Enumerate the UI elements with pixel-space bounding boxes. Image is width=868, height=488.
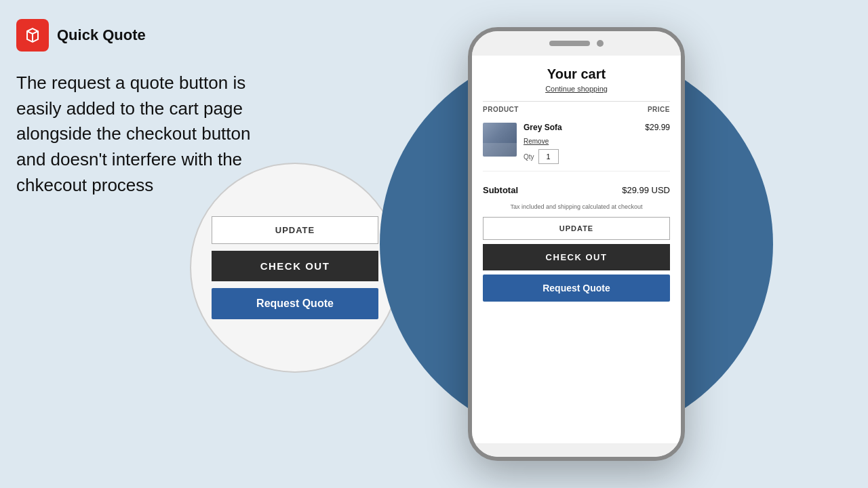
app-name: Quick Quote (57, 26, 146, 44)
subtotal-value: $29.99 USD (622, 185, 670, 195)
phone-notch (549, 41, 590, 46)
phone-camera (597, 40, 604, 47)
product-details: Grey Sofa Remove Qty (524, 123, 638, 164)
header-product: PRODUCT (483, 106, 519, 113)
qty-label: Qty (524, 153, 534, 161)
phone-screen: Your cart Continue shopping PRODUCT PRIC… (472, 56, 681, 443)
cart-title: Your cart (483, 66, 670, 82)
tax-note: Tax included and shipping calculated at … (483, 203, 670, 210)
right-section: Your cart Continue shopping PRODUCT PRIC… (285, 0, 868, 488)
product-remove-link[interactable]: Remove (524, 138, 549, 145)
subtotal-label: Subtotal (483, 185, 518, 195)
header-price: PRICE (648, 106, 670, 113)
cart-header: PRODUCT PRICE (483, 101, 670, 117)
phone-top-bar (472, 31, 681, 56)
phone-update-button[interactable]: UPDATE (483, 217, 670, 240)
product-name: Grey Sofa (524, 123, 638, 132)
app-logo-icon (16, 19, 49, 52)
phone-mockup: Your cart Continue shopping PRODUCT PRIC… (468, 27, 685, 461)
qty-input[interactable] (538, 149, 559, 164)
subtotal-row: Subtotal $29.99 USD (483, 185, 670, 195)
product-image (483, 123, 517, 157)
subtotal-area: Subtotal $29.99 USD (483, 185, 670, 198)
phone-request-quote-button[interactable]: Request Quote (483, 274, 670, 302)
continue-shopping-link[interactable]: Continue shopping (483, 85, 670, 93)
product-price: $29.99 (645, 123, 670, 132)
logo-area: Quick Quote (16, 19, 269, 52)
product-qty-area: Qty (524, 149, 638, 164)
phone-checkout-button[interactable]: CHECK OUT (483, 244, 670, 270)
phone-bottom-bar (472, 443, 681, 457)
cart-item: Grey Sofa Remove Qty $29.99 (483, 123, 670, 171)
